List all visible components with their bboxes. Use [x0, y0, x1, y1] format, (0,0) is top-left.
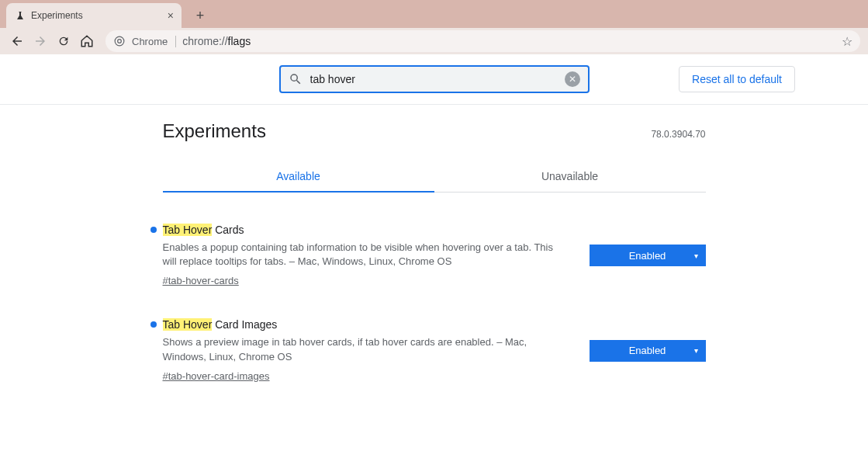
- header-row: ✕ Reset all to default: [0, 54, 868, 105]
- tab-title: Experiments: [31, 10, 161, 21]
- browser-chrome: Experiments × + Chrome chrome://flags ☆: [0, 0, 868, 54]
- experiment-description: Enables a popup containing tab informati…: [163, 241, 566, 269]
- experiment-item: Tab Hover Cards Enables a popup containi…: [163, 224, 706, 287]
- experiments-list: Tab Hover Cards Enables a popup containi…: [163, 193, 706, 383]
- page-content: ✕ Reset all to default Experiments 78.0.…: [0, 54, 868, 429]
- svg-point-1: [118, 40, 122, 43]
- forward-button[interactable]: [31, 32, 50, 50]
- bookmark-icon[interactable]: ☆: [842, 34, 852, 49]
- search-box[interactable]: ✕: [279, 65, 590, 93]
- search-input[interactable]: [310, 73, 557, 85]
- page-title: Experiments: [163, 120, 266, 142]
- chrome-icon: [113, 35, 126, 47]
- modified-dot-icon: [150, 227, 157, 233]
- experiment-anchor[interactable]: #tab-hover-cards: [163, 275, 239, 286]
- reload-button[interactable]: [54, 32, 73, 50]
- clear-search-button[interactable]: ✕: [565, 71, 580, 87]
- address-bar[interactable]: Chrome chrome://flags ☆: [105, 30, 860, 52]
- reset-all-button[interactable]: Reset all to default: [679, 66, 795, 92]
- experiment-description: Shows a preview image in tab hover cards…: [163, 335, 566, 363]
- back-button[interactable]: [8, 32, 26, 50]
- tab-unavailable[interactable]: Unavailable: [434, 161, 706, 192]
- tab-available[interactable]: Available: [163, 161, 434, 192]
- main-area: Experiments 78.0.3904.70 Available Unava…: [163, 105, 706, 429]
- browser-tab[interactable]: Experiments ×: [6, 3, 182, 28]
- version-text: 78.0.3904.70: [651, 129, 705, 140]
- experiment-item: Tab Hover Card Images Shows a preview im…: [163, 318, 706, 382]
- experiment-title: Tab Hover Cards: [163, 224, 244, 236]
- experiment-status-select[interactable]: Enabled: [590, 245, 706, 266]
- svg-point-0: [115, 36, 124, 46]
- new-tab-button[interactable]: +: [189, 5, 211, 26]
- modified-dot-icon: [150, 321, 157, 328]
- close-icon[interactable]: ×: [168, 9, 174, 22]
- site-badge: Chrome: [132, 36, 176, 47]
- tabs-row: Available Unavailable: [163, 161, 706, 193]
- toolbar: Chrome chrome://flags ☆: [0, 28, 868, 54]
- experiment-title: Tab Hover Card Images: [163, 318, 278, 331]
- home-button[interactable]: [78, 32, 96, 50]
- flask-icon: [14, 10, 25, 21]
- experiment-anchor[interactable]: #tab-hover-card-images: [163, 370, 270, 382]
- experiment-status-select[interactable]: Enabled: [590, 340, 706, 362]
- url-text: chrome://flags: [182, 35, 835, 47]
- search-icon: [289, 72, 303, 86]
- tab-bar: Experiments × +: [0, 0, 868, 28]
